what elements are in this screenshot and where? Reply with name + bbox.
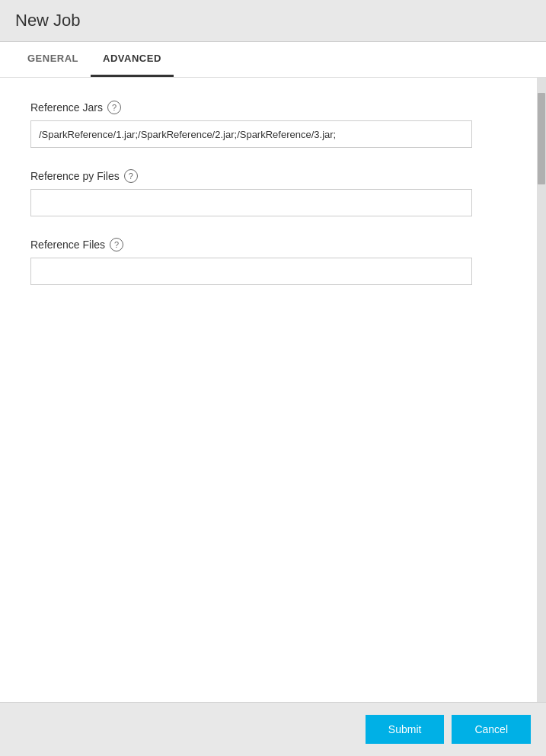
reference-jars-input[interactable] xyxy=(30,120,472,148)
reference-jars-label: Reference Jars ? xyxy=(30,101,506,114)
new-job-dialog: New Job GENERAL ADVANCED Reference Jars … xyxy=(0,0,546,756)
reference-py-files-label: Reference py Files ? xyxy=(30,169,506,183)
reference-py-files-group: Reference py Files ? xyxy=(30,169,506,216)
reference-py-files-help-icon[interactable]: ? xyxy=(124,169,138,183)
reference-jars-group: Reference Jars ? xyxy=(30,101,506,148)
reference-py-files-label-text: Reference py Files xyxy=(30,170,120,182)
cancel-button[interactable]: Cancel xyxy=(452,715,531,744)
tab-general[interactable]: GENERAL xyxy=(15,42,91,77)
reference-files-label-text: Reference Files xyxy=(30,239,105,251)
content-wrapper: Reference Jars ? Reference py Files ? Re… xyxy=(0,78,546,702)
reference-py-files-input[interactable] xyxy=(30,189,472,216)
content-area: Reference Jars ? Reference py Files ? Re… xyxy=(0,78,537,702)
scrollbar[interactable] xyxy=(537,78,546,702)
submit-button[interactable]: Submit xyxy=(366,715,445,744)
reference-files-group: Reference Files ? xyxy=(30,238,506,285)
tabs-bar: GENERAL ADVANCED xyxy=(0,42,546,78)
tab-advanced[interactable]: ADVANCED xyxy=(91,42,174,77)
title-bar: New Job xyxy=(0,0,546,42)
reference-jars-help-icon[interactable]: ? xyxy=(107,101,121,114)
reference-files-label: Reference Files ? xyxy=(30,238,506,251)
reference-jars-label-text: Reference Jars xyxy=(30,101,103,114)
reference-files-input[interactable] xyxy=(30,258,472,285)
scrollbar-thumb[interactable] xyxy=(538,93,545,184)
reference-files-help-icon[interactable]: ? xyxy=(110,238,123,251)
dialog-title: New Job xyxy=(15,11,531,30)
footer: Submit Cancel xyxy=(0,702,546,756)
